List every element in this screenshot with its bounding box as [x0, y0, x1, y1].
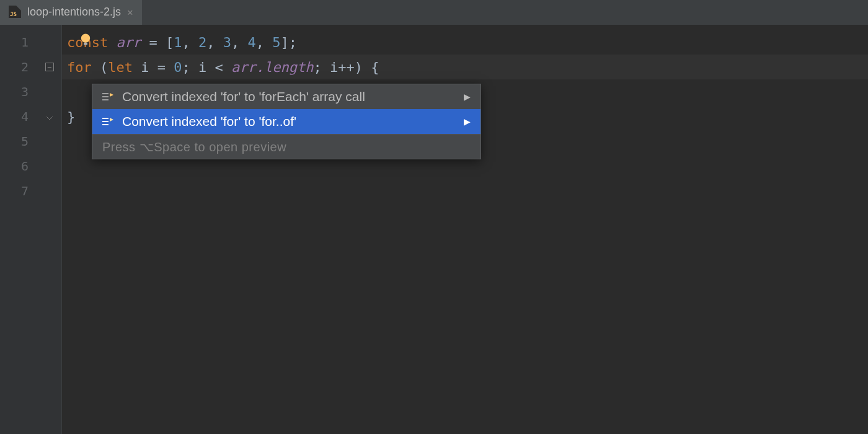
intention-popup: Convert indexed 'for' to 'forEach' array…: [92, 84, 481, 159]
js-file-icon: JS: [9, 6, 21, 18]
line-number: 5: [0, 129, 37, 154]
line-number: 2: [0, 55, 37, 79]
intention-bulb-icon[interactable]: [79, 32, 92, 45]
identifier: arr: [116, 35, 141, 50]
intention-label: Convert indexed 'for' to 'forEach' array…: [122, 89, 365, 104]
intention-icon: [102, 92, 115, 102]
line-number: 1: [0, 30, 37, 55]
tab-bar: JS loop-intentions-2.js ✕: [0, 0, 868, 25]
keyword-let: let: [108, 60, 133, 75]
intention-icon: [102, 117, 115, 126]
fold-gutter: [37, 25, 62, 434]
code-line[interactable]: const arr = [1, 2, 3, 4, 5];: [62, 30, 868, 55]
submenu-arrow-icon: ▶: [464, 117, 471, 126]
code-line-current[interactable]: for (let i = 0; i < arr.length; i++) {: [62, 55, 868, 79]
intention-item-foreach[interactable]: Convert indexed 'for' to 'forEach' array…: [92, 84, 480, 109]
code-line[interactable]: [62, 179, 868, 203]
svg-rect-1: [84, 43, 87, 45]
line-number: 4: [0, 104, 37, 129]
tab-filename: loop-intentions-2.js: [27, 6, 121, 19]
line-number: 7: [0, 179, 37, 203]
line-number: 6: [0, 154, 37, 179]
fold-collapse-icon[interactable]: [45, 63, 54, 71]
intention-label: Convert indexed 'for' to 'for..of': [122, 114, 296, 129]
intention-footer-hint: Press ⌥Space to open preview: [92, 134, 480, 159]
close-icon[interactable]: ✕: [127, 6, 133, 18]
line-number: 3: [0, 79, 37, 104]
line-number-gutter: 1 2 3 4 5 6 7: [0, 25, 37, 434]
intention-item-forof[interactable]: Convert indexed 'for' to 'for..of' ▶: [92, 109, 480, 134]
keyword-for: for: [67, 60, 92, 75]
file-tab[interactable]: JS loop-intentions-2.js ✕: [0, 0, 142, 25]
submenu-arrow-icon: ▶: [464, 92, 471, 102]
svg-point-0: [81, 33, 90, 42]
fold-end-icon[interactable]: [46, 113, 53, 120]
